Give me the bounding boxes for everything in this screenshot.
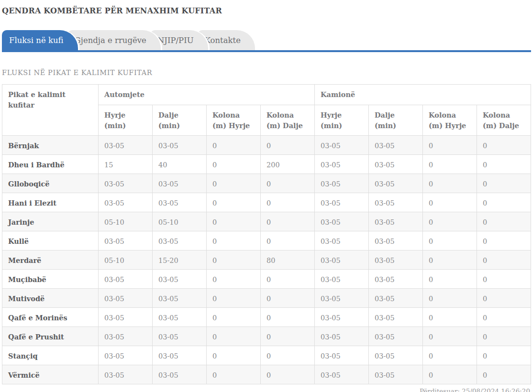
border-flux-table: Pikat e kalimit kufitar Automjete Kamion… bbox=[2, 84, 531, 384]
value-cell: 0 bbox=[423, 346, 477, 365]
value-cell: 03-05 bbox=[99, 136, 153, 155]
value-cell: 0 bbox=[261, 289, 315, 308]
table-row: Stançiq03-0503-050003-0503-0500 bbox=[2, 346, 531, 365]
value-cell: 200 bbox=[261, 155, 315, 174]
value-cell: 0 bbox=[477, 289, 531, 308]
value-cell: 03-05 bbox=[153, 270, 207, 289]
value-cell: 03-05 bbox=[369, 270, 423, 289]
crossing-point-name: Merdarë bbox=[2, 250, 99, 270]
table-row: Qafë e Prushit03-0503-050003-0503-0500 bbox=[2, 327, 531, 346]
value-cell: 0 bbox=[477, 327, 531, 346]
crossing-point-name: Kullë bbox=[2, 231, 99, 250]
value-cell: 05-10 bbox=[99, 250, 153, 270]
page-root: QENDRA KOMBËTARE PËR MENAXHIM KUFITAR Fl… bbox=[0, 6, 532, 392]
page-title: QENDRA KOMBËTARE PËR MENAXHIM KUFITAR bbox=[2, 6, 531, 15]
value-cell: 03-05 bbox=[369, 155, 423, 174]
column-header-automjete-kolona-hyrje: Kolona (m) Hyrje bbox=[207, 105, 261, 136]
table-row: Jarinje05-1005-100003-0503-0500 bbox=[2, 212, 531, 231]
value-cell: 0 bbox=[477, 270, 531, 289]
value-cell: 0 bbox=[207, 231, 261, 250]
value-cell: 0 bbox=[477, 174, 531, 193]
value-cell: 03-05 bbox=[315, 212, 369, 231]
table-row: Dheu i Bardhë1540020003-0503-0500 bbox=[2, 155, 531, 174]
value-cell: 0 bbox=[423, 155, 477, 174]
value-cell: 03-05 bbox=[153, 231, 207, 250]
value-cell: 0 bbox=[261, 231, 315, 250]
value-cell: 03-05 bbox=[315, 174, 369, 193]
column-header-kamione-kolona-hyrje: Kolona (m) Hyrje bbox=[423, 105, 477, 136]
column-group-automjete: Automjete bbox=[99, 85, 315, 105]
value-cell: 0 bbox=[423, 193, 477, 212]
value-cell: 03-05 bbox=[369, 308, 423, 327]
table-row: Glloboqicë03-0503-050003-0503-0500 bbox=[2, 174, 531, 193]
crossing-point-name: Dheu i Bardhë bbox=[2, 155, 99, 174]
value-cell: 03-05 bbox=[315, 193, 369, 212]
table-body: Bërnjak03-0503-050003-0503-0500Dheu i Ba… bbox=[2, 136, 531, 384]
tab-fluksi-ne-kufi[interactable]: Fluksi në kufi bbox=[2, 30, 78, 50]
value-cell: 0 bbox=[207, 289, 261, 308]
value-cell: 03-05 bbox=[153, 308, 207, 327]
value-cell: 0 bbox=[261, 193, 315, 212]
value-cell: 03-05 bbox=[315, 365, 369, 384]
value-cell: 0 bbox=[423, 327, 477, 346]
value-cell: 03-05 bbox=[153, 365, 207, 384]
value-cell: 0 bbox=[207, 270, 261, 289]
value-cell: 03-05 bbox=[153, 327, 207, 346]
column-group-kamione: Kamionë bbox=[315, 85, 531, 105]
value-cell: 0 bbox=[261, 327, 315, 346]
value-cell: 40 bbox=[153, 155, 207, 174]
value-cell: 03-05 bbox=[99, 327, 153, 346]
value-cell: 0 bbox=[477, 155, 531, 174]
section-heading: FLUKSI NË PIKAT E KALIMIT KUFITAR bbox=[2, 69, 531, 76]
crossing-point-name: Vërmicë bbox=[2, 365, 99, 384]
tab-gjendja-e-rrugeve[interactable]: Gjendja e rrugëve bbox=[67, 30, 161, 50]
value-cell: 0 bbox=[207, 136, 261, 155]
column-header-automjete-hyrje-min: Hyrje (min) bbox=[99, 105, 153, 136]
value-cell: 05-10 bbox=[99, 212, 153, 231]
value-cell: 0 bbox=[423, 308, 477, 327]
crossing-point-name: Bërnjak bbox=[2, 136, 99, 155]
value-cell: 0 bbox=[261, 346, 315, 365]
value-cell: 03-05 bbox=[369, 346, 423, 365]
table-row: Merdarë05-1015-2008003-0503-0500 bbox=[2, 250, 531, 270]
value-cell: 03-05 bbox=[315, 327, 369, 346]
last-updated-timestamp: Përditesuar: 25/08/2024 16:26:20 bbox=[2, 387, 531, 392]
value-cell: 03-05 bbox=[369, 136, 423, 155]
value-cell: 03-05 bbox=[315, 289, 369, 308]
value-cell: 03-05 bbox=[315, 231, 369, 250]
column-header-automjete-dalje-min: Dalje (min) bbox=[153, 105, 207, 136]
value-cell: 0 bbox=[477, 193, 531, 212]
value-cell: 03-05 bbox=[369, 365, 423, 384]
value-cell: 0 bbox=[207, 346, 261, 365]
crossing-point-name: Glloboqicë bbox=[2, 174, 99, 193]
crossing-point-name: Mutivodë bbox=[2, 289, 99, 308]
value-cell: 0 bbox=[207, 250, 261, 270]
value-cell: 03-05 bbox=[315, 250, 369, 270]
value-cell: 03-05 bbox=[369, 193, 423, 212]
value-cell: 0 bbox=[477, 250, 531, 270]
value-cell: 0 bbox=[477, 231, 531, 250]
value-cell: 03-05 bbox=[99, 270, 153, 289]
value-cell: 03-05 bbox=[315, 155, 369, 174]
value-cell: 03-05 bbox=[315, 308, 369, 327]
table-row: Muçibabë03-0503-050003-0503-0500 bbox=[2, 270, 531, 289]
value-cell: 03-05 bbox=[99, 231, 153, 250]
value-cell: 0 bbox=[261, 212, 315, 231]
value-cell: 0 bbox=[477, 212, 531, 231]
table-row: Bërnjak03-0503-050003-0503-0500 bbox=[2, 136, 531, 155]
crossing-point-name: Jarinje bbox=[2, 212, 99, 231]
value-cell: 0 bbox=[477, 136, 531, 155]
table-row: Hani i Elezit03-0503-050003-0503-0500 bbox=[2, 193, 531, 212]
table-header: Pikat e kalimit kufitar Automjete Kamion… bbox=[2, 85, 531, 136]
value-cell: 80 bbox=[261, 250, 315, 270]
value-cell: 0 bbox=[207, 308, 261, 327]
value-cell: 15 bbox=[99, 155, 153, 174]
value-cell: 0 bbox=[477, 346, 531, 365]
value-cell: 03-05 bbox=[315, 346, 369, 365]
value-cell: 0 bbox=[261, 270, 315, 289]
value-cell: 0 bbox=[423, 289, 477, 308]
value-cell: 03-05 bbox=[153, 193, 207, 212]
value-cell: 0 bbox=[261, 365, 315, 384]
value-cell: 03-05 bbox=[369, 174, 423, 193]
value-cell: 0 bbox=[261, 136, 315, 155]
